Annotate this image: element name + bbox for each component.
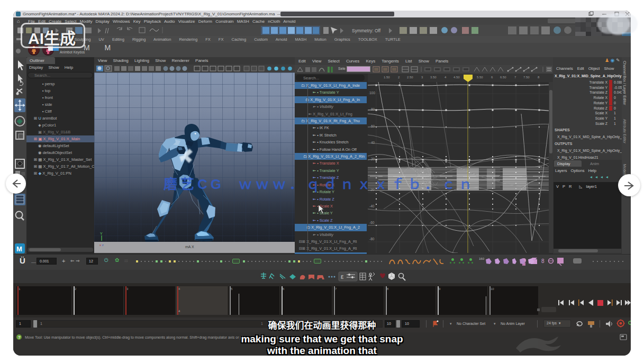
svg-text:Symmetry: Off: Symmetry: Off (352, 28, 381, 33)
svg-text:Y: Y (100, 232, 103, 235)
svg-text:8: 8 (541, 258, 545, 264)
svg-text:ε: ε (341, 273, 344, 280)
svg-text:M: M (16, 245, 22, 253)
